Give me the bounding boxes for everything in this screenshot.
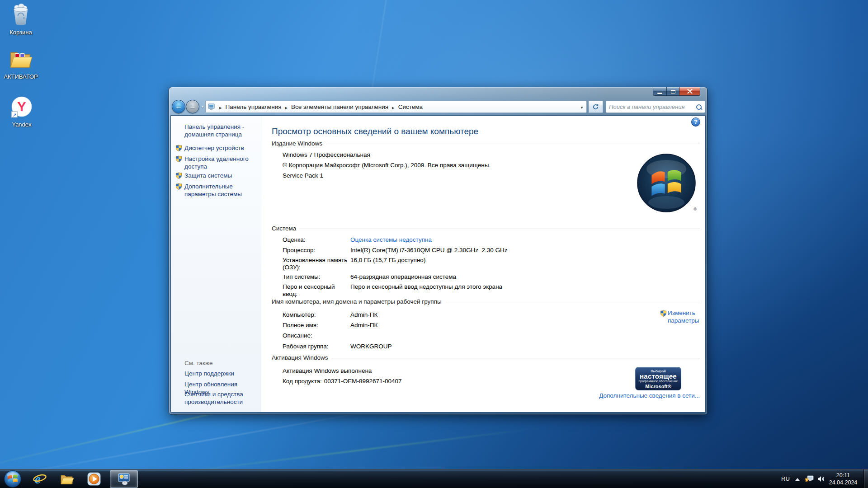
sidebar-item-label: Диспетчер устройств [184, 145, 244, 151]
change-settings-link[interactable]: Изменить параметры [660, 309, 699, 324]
svg-text:e: e [35, 472, 41, 486]
show-hidden-icons-button[interactable] [795, 478, 800, 481]
activation-status: Активация Windows выполнена [283, 367, 372, 374]
section-header-windows-edition: Издание Windows [272, 140, 700, 147]
taskbar-media-player[interactable] [87, 472, 101, 486]
desktop-icon-label: АКТИВАТОР [0, 73, 42, 80]
close-icon [687, 89, 693, 94]
system-row-processor: Процессор: Intel(R) Core(TM) i7-3610QM C… [283, 247, 615, 254]
uac-shield-icon [660, 310, 667, 319]
control-panel-icon [208, 103, 216, 110]
breadcrumb-separator-icon [282, 103, 292, 111]
sidebar-item-label: Настройка удаленного доступа [184, 155, 249, 170]
refresh-icon [592, 103, 599, 110]
desktop-icon-yandex[interactable]: Y ↗ Yandex [1, 96, 42, 128]
sidebar-item-label: Защита системы [184, 172, 232, 179]
taskbar-windows-explorer[interactable] [60, 472, 74, 486]
uac-shield-icon [175, 183, 182, 192]
clock-time: 20:11 [828, 472, 858, 479]
recycle-bin-icon [9, 3, 33, 26]
section-rule [331, 358, 700, 358]
sidebar-item-performance-tools[interactable]: Счетчики и средства производительности [184, 390, 260, 406]
edition-copyright: © Корпорация Майкрософт (Microsoft Corp.… [283, 160, 491, 170]
breadcrumb-separator-icon [216, 103, 226, 111]
internet-explorer-icon: e [33, 472, 47, 486]
forward-button[interactable]: → [186, 100, 199, 113]
edition-service-pack: Service Pack 1 [283, 170, 491, 181]
folder-archives-icon [9, 48, 33, 70]
sidebar-item-control-panel-home[interactable]: Панель управления - домашняя страница [184, 123, 260, 138]
volume-icon[interactable] [817, 475, 825, 484]
windows-logo [635, 152, 698, 214]
system-row-memory: Установленная память (ОЗУ): 16,0 ГБ (15,… [283, 257, 615, 271]
main-pane: ? Просмотр основных сведений о вашем ком… [262, 116, 705, 412]
sidebar-item-remote-settings[interactable]: Настройка удаленного доступа [184, 155, 260, 170]
uac-shield-icon [175, 145, 182, 153]
more-info-online-link[interactable]: Дополнительные сведения в сети... [599, 392, 700, 399]
desktop-icon-activator-folder[interactable]: АКТИВАТОР [0, 48, 42, 80]
system-row-system-type: Тип системы: 64-разрядная операционная с… [283, 273, 615, 281]
help-icon: ? [694, 118, 698, 125]
taskbar-internet-explorer[interactable]: e [33, 472, 47, 486]
yandex-browser-icon: Y ↗ [10, 96, 33, 118]
svg-text:↗: ↗ [12, 112, 16, 117]
breadcrumb-all-items[interactable]: Все элементы панели управления [291, 103, 388, 110]
back-button[interactable]: ← [172, 100, 185, 113]
address-bar[interactable]: Панель управления Все элементы панели уп… [205, 101, 587, 113]
minimize-icon [657, 93, 662, 94]
section-rule [445, 302, 700, 302]
page-title: Просмотр основных сведений о вашем компь… [272, 127, 478, 136]
network-status-icon[interactable] [804, 475, 814, 484]
rating-unavailable-link[interactable]: Оценка системы недоступна [350, 236, 615, 244]
edition-details: Windows 7 Профессиональная © Корпорация … [283, 150, 491, 181]
breadcrumb-separator-icon [388, 103, 398, 111]
search-box[interactable] [606, 101, 705, 113]
search-input[interactable] [609, 103, 696, 110]
media-player-icon [87, 472, 101, 486]
section-header-system: Система [272, 225, 700, 232]
show-desktop-button[interactable] [863, 469, 868, 488]
clock-date: 24.04.2024 [828, 479, 858, 486]
sidebar-item-action-center[interactable]: Центр поддержки [184, 370, 260, 377]
system-control-panel-icon [117, 472, 131, 486]
system-control-panel-window: ← → ▼ Панель управления Все элементы пан… [169, 87, 708, 415]
taskbar-active-system-window[interactable] [110, 470, 138, 488]
windows-orb-icon [635, 152, 698, 214]
genuine-microsoft-badge[interactable]: Выбирай настоящее программное обеспечени… [635, 367, 681, 390]
maximize-button[interactable] [666, 87, 679, 96]
edition-product: Windows 7 Профессиональная [283, 150, 491, 160]
desktop-icon-label: Корзина [0, 29, 42, 36]
sidebar-item-advanced-settings[interactable]: Дополнительные параметры системы [184, 183, 260, 198]
system-row-rating: Оценка: Оценка системы недоступна [283, 236, 615, 244]
breadcrumb-control-panel[interactable]: Панель управления [226, 103, 282, 110]
taskbar-clock[interactable]: 20:11 24.04.2024 [828, 472, 858, 486]
computer-row-workgroup: Рабочая группа: WORKGROUP [283, 343, 615, 350]
language-indicator[interactable]: RU [781, 475, 790, 482]
close-button[interactable] [679, 87, 700, 96]
maximize-icon [671, 90, 675, 94]
sidebar-item-system-protection[interactable]: Защита системы [184, 172, 260, 179]
computer-row-description: Описание: [283, 332, 615, 339]
sidebar-item-device-manager[interactable]: Диспетчер устройств [184, 144, 260, 152]
section-rule [300, 229, 700, 229]
window-body: Панель управления - домашняя страница Ди… [170, 115, 706, 413]
address-dropdown-icon[interactable]: ▼ [580, 106, 584, 110]
minimize-button[interactable] [653, 87, 666, 96]
help-button[interactable]: ? [691, 117, 700, 127]
start-button[interactable] [4, 470, 22, 488]
computer-row-name: Компьютер: Admin-ПК [283, 311, 615, 319]
product-key-label: Код продукта: [283, 378, 322, 385]
taskbar: e [0, 469, 868, 488]
product-key-value: 00371-OEM-8992671-00407 [324, 378, 402, 385]
windows-start-icon [4, 470, 22, 488]
breadcrumb-system[interactable]: Система [398, 103, 423, 110]
sidebar-item-label: Дополнительные параметры системы [184, 183, 242, 197]
desktop-icon-recycle-bin[interactable]: Корзина [0, 3, 42, 36]
folder-icon [60, 472, 74, 486]
refresh-button[interactable] [589, 101, 603, 113]
computer-row-full-name: Полное имя: Admin-ПК [283, 322, 615, 329]
search-icon [696, 104, 702, 110]
uac-shield-icon [175, 155, 182, 164]
window-controls [653, 87, 700, 96]
recent-pages-chevron-icon[interactable]: ▼ [201, 105, 204, 109]
